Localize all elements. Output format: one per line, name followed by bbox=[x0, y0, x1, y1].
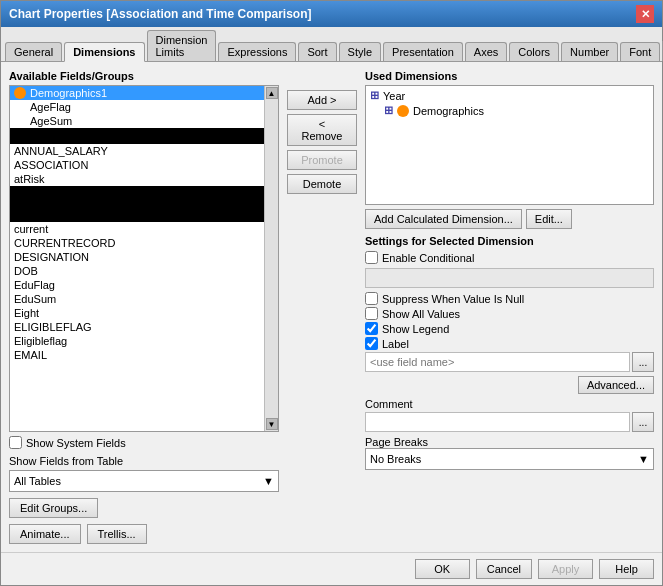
list-item[interactable]: current bbox=[10, 222, 264, 236]
demographics-expand-icon: ⊞ bbox=[384, 104, 393, 117]
show-fields-label: Show Fields from Table bbox=[9, 455, 279, 467]
label-field[interactable] bbox=[365, 352, 630, 372]
list-item[interactable]: CURRENTRECORD bbox=[10, 236, 264, 250]
tab-dimension-limits[interactable]: Dimension Limits bbox=[147, 30, 217, 61]
label-row: Label bbox=[365, 337, 654, 350]
show-legend-row: Show Legend bbox=[365, 322, 654, 335]
label-input-row: ... bbox=[365, 352, 654, 372]
list-item[interactable]: DESIGNATION bbox=[10, 250, 264, 264]
list-item[interactable]: AgeFlag bbox=[10, 100, 264, 114]
conditional-input[interactable] bbox=[365, 268, 654, 288]
page-breaks-arrow-icon: ▼ bbox=[638, 453, 649, 465]
suppress-null-row: Suppress When Value Is Null bbox=[365, 292, 654, 305]
page-breaks-dropdown[interactable]: No Breaks ▼ bbox=[365, 448, 654, 470]
cancel-button[interactable]: Cancel bbox=[476, 559, 532, 579]
tab-font[interactable]: Font bbox=[620, 42, 660, 61]
list-item[interactable]: atRisk bbox=[10, 172, 264, 186]
edit-groups-button[interactable]: Edit Groups... bbox=[9, 498, 98, 518]
enable-conditional-checkbox[interactable] bbox=[365, 251, 378, 264]
advanced-button[interactable]: Advanced... bbox=[578, 376, 654, 394]
label-browse-button[interactable]: ... bbox=[632, 352, 654, 372]
show-all-values-checkbox[interactable] bbox=[365, 307, 378, 320]
demographics-list-icon bbox=[397, 105, 409, 117]
show-system-fields-row: Show System Fields bbox=[9, 436, 279, 449]
dim-action-row: Add Calculated Dimension... Edit... bbox=[365, 209, 654, 229]
list-item[interactable]: EduFlag bbox=[10, 278, 264, 292]
list-item[interactable]: EMAIL bbox=[10, 348, 264, 362]
edit-groups-row: Edit Groups... bbox=[9, 498, 279, 518]
close-button[interactable]: ✕ bbox=[636, 5, 654, 23]
main-area: Available Fields/Groups Demographics1 Ag… bbox=[9, 70, 654, 544]
add-calc-dimension-button[interactable]: Add Calculated Dimension... bbox=[365, 209, 522, 229]
promote-button[interactable]: Promote bbox=[287, 150, 357, 170]
trellis-button[interactable]: Trellis... bbox=[87, 524, 147, 544]
main-window: Chart Properties [Association and Time C… bbox=[0, 0, 663, 586]
tab-number[interactable]: Number bbox=[561, 42, 618, 61]
apply-button[interactable]: Apply bbox=[538, 559, 593, 579]
tab-expressions[interactable]: Expressions bbox=[218, 42, 296, 61]
show-fields-section: Show Fields from Table All Tables ▼ bbox=[9, 455, 279, 492]
year-label: Year bbox=[383, 90, 405, 102]
left-panel: Available Fields/Groups Demographics1 Ag… bbox=[9, 70, 279, 544]
title-bar: Chart Properties [Association and Time C… bbox=[1, 1, 662, 27]
remove-button[interactable]: < Remove bbox=[287, 114, 357, 146]
tab-general[interactable]: General bbox=[5, 42, 62, 61]
add-button[interactable]: Add > bbox=[287, 90, 357, 110]
demographics-label: Demographics bbox=[413, 105, 484, 117]
footer: OK Cancel Apply Help bbox=[1, 552, 662, 585]
listbox-scrollbar[interactable]: ▲ ▼ bbox=[264, 86, 278, 431]
dropdown-arrow-icon: ▼ bbox=[263, 475, 274, 487]
ok-button[interactable]: OK bbox=[415, 559, 470, 579]
tab-axes[interactable]: Axes bbox=[465, 42, 507, 61]
used-dimensions-box: ⊞ Year ⊞ Demographics bbox=[365, 85, 654, 205]
available-fields-label: Available Fields/Groups bbox=[9, 70, 279, 82]
help-button[interactable]: Help bbox=[599, 559, 654, 579]
show-all-values-row: Show All Values bbox=[365, 307, 654, 320]
available-fields-list: Demographics1 AgeFlag AgeSum ANNUAL_SALA… bbox=[10, 86, 264, 431]
tabs-bar: General Dimensions Dimension Limits Expr… bbox=[1, 27, 662, 62]
animate-trellis-row: Animate... Trellis... bbox=[9, 524, 279, 544]
comment-browse-button[interactable]: ... bbox=[632, 412, 654, 432]
settings-section: Settings for Selected Dimension Enable C… bbox=[365, 235, 654, 470]
edit-button[interactable]: Edit... bbox=[526, 209, 572, 229]
page-breaks-label: Page Breaks bbox=[365, 436, 654, 448]
list-item-blacked bbox=[10, 128, 264, 144]
list-item-blacked2 bbox=[10, 186, 264, 222]
animate-button[interactable]: Animate... bbox=[9, 524, 81, 544]
show-system-fields-checkbox[interactable] bbox=[9, 436, 22, 449]
content-area: Available Fields/Groups Demographics1 Ag… bbox=[1, 62, 662, 552]
list-item[interactable]: Eight bbox=[10, 306, 264, 320]
list-item[interactable]: Eligibleflag bbox=[10, 334, 264, 348]
list-item[interactable]: ELIGIBLEFLAG bbox=[10, 320, 264, 334]
tab-sort[interactable]: Sort bbox=[298, 42, 336, 61]
year-expand-icon: ⊞ bbox=[370, 89, 379, 102]
show-system-fields-label: Show System Fields bbox=[26, 437, 126, 449]
list-item[interactable]: EduSum bbox=[10, 292, 264, 306]
enable-conditional-row: Enable Conditional bbox=[365, 251, 654, 264]
settings-title: Settings for Selected Dimension bbox=[365, 235, 654, 247]
used-dim-demographics[interactable]: ⊞ Demographics bbox=[368, 103, 651, 118]
list-item[interactable]: Demographics1 bbox=[10, 86, 264, 100]
available-fields-listbox-wrapper: Demographics1 AgeFlag AgeSum ANNUAL_SALA… bbox=[9, 85, 279, 432]
all-tables-dropdown[interactable]: All Tables ▼ bbox=[9, 470, 279, 492]
list-item[interactable]: ASSOCIATION bbox=[10, 158, 264, 172]
suppress-null-checkbox[interactable] bbox=[365, 292, 378, 305]
label-checkbox[interactable] bbox=[365, 337, 378, 350]
tab-dimensions[interactable]: Dimensions bbox=[64, 42, 144, 62]
used-dim-year[interactable]: ⊞ Year bbox=[368, 88, 651, 103]
tab-colors[interactable]: Colors bbox=[509, 42, 559, 61]
demote-button[interactable]: Demote bbox=[287, 174, 357, 194]
tab-presentation[interactable]: Presentation bbox=[383, 42, 463, 61]
used-dimensions-label: Used Dimensions bbox=[365, 70, 654, 82]
list-item[interactable]: DOB bbox=[10, 264, 264, 278]
middle-buttons: Add > < Remove Promote Demote bbox=[287, 70, 357, 544]
list-item[interactable]: ANNUAL_SALARY bbox=[10, 144, 264, 158]
tab-style[interactable]: Style bbox=[339, 42, 381, 61]
right-panel: Used Dimensions ⊞ Year ⊞ Demographics Ad… bbox=[365, 70, 654, 544]
list-item[interactable]: AgeSum bbox=[10, 114, 264, 128]
comment-field[interactable] bbox=[365, 412, 630, 432]
comment-input-row: ... bbox=[365, 412, 654, 432]
comment-label: Comment bbox=[365, 398, 654, 410]
show-legend-checkbox[interactable] bbox=[365, 322, 378, 335]
window-title: Chart Properties [Association and Time C… bbox=[9, 7, 312, 21]
